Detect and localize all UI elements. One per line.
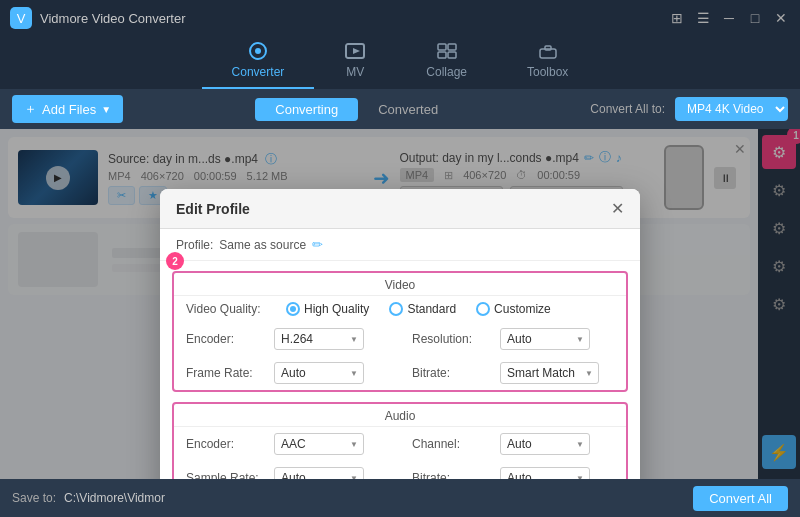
mv-icon <box>344 42 366 63</box>
quality-high[interactable]: High Quality <box>286 302 369 316</box>
resolution-label: Resolution: <box>412 332 492 346</box>
tab-toolbox[interactable]: Toolbox <box>497 36 598 89</box>
title-bar: V Vidmore Video Converter ⊞ ☰ ─ □ ✕ <box>0 0 800 36</box>
quality-high-label: High Quality <box>304 302 369 316</box>
bitrate-select-wrapper: Smart Match <box>500 362 599 384</box>
tab-collage[interactable]: Collage <box>396 36 497 89</box>
channel-label: Channel: <box>412 437 492 451</box>
close-icon[interactable]: ✕ <box>772 10 790 26</box>
add-files-label: Add Files <box>42 102 96 117</box>
encoder-label: Encoder: <box>186 332 266 346</box>
maximize-icon[interactable]: □ <box>746 10 764 26</box>
video-grid: Encoder: H.264 Resolution: A <box>174 322 626 390</box>
bottom-bar: Save to: C:\Vidmore\Vidmor Convert All <box>0 479 800 517</box>
tab-mv-label: MV <box>346 65 364 79</box>
audio-section-title: Audio <box>174 404 626 427</box>
audio-grid: Encoder: AAC Channel: Auto <box>174 427 626 479</box>
svg-rect-8 <box>438 52 446 58</box>
encoder-select-wrapper: H.264 <box>274 328 364 350</box>
svg-rect-7 <box>448 44 456 50</box>
frame-rate-label: Frame Rate: <box>186 366 266 380</box>
modal-overlay: Edit Profile ✕ Profile: Same as source ✏… <box>0 129 800 479</box>
resolution-select[interactable]: Auto <box>500 328 590 350</box>
save-to-path: C:\Vidmore\Vidmor <box>64 491 685 505</box>
title-bar-controls: ⊞ ☰ ─ □ ✕ <box>668 10 790 26</box>
audio-encoder-label: Encoder: <box>186 437 266 451</box>
audio-encoder-select[interactable]: AAC <box>274 433 364 455</box>
quality-label: Video Quality: <box>186 302 266 316</box>
convert-all-select[interactable]: MP4 4K Video <box>675 97 788 121</box>
plus-icon: ＋ <box>24 100 37 118</box>
dropdown-arrow-icon: ▼ <box>101 104 111 115</box>
profile-label: Profile: <box>176 238 213 252</box>
encoder-row: Encoder: H.264 <box>174 322 400 356</box>
quality-standard[interactable]: Standard <box>389 302 456 316</box>
edit-profile-modal: Edit Profile ✕ Profile: Same as source ✏… <box>160 189 640 479</box>
svg-text:V: V <box>17 11 26 26</box>
menu-icon[interactable]: ☰ <box>694 10 712 26</box>
encoder-select[interactable]: H.264 <box>274 328 364 350</box>
app-logo: V <box>10 7 32 29</box>
svg-rect-11 <box>545 46 551 50</box>
bitrate-select[interactable]: Smart Match <box>500 362 599 384</box>
modal-close-button[interactable]: ✕ <box>611 199 624 218</box>
tab-converter-label: Converter <box>232 65 285 79</box>
tab-pills: Converting Converted <box>133 98 580 121</box>
quality-customize[interactable]: Customize <box>476 302 551 316</box>
radio-standard[interactable] <box>389 302 403 316</box>
audio-encoder-select-wrapper: AAC <box>274 433 364 455</box>
quality-customize-label: Customize <box>494 302 551 316</box>
channel-select[interactable]: Auto <box>500 433 590 455</box>
convert-button[interactable]: Convert All <box>693 486 788 511</box>
channel-row: Channel: Auto <box>400 427 626 461</box>
frame-rate-row: Frame Rate: Auto <box>174 356 400 390</box>
video-bitrate-label: Bitrate: <box>412 366 492 380</box>
audio-bitrate-select-wrapper: Auto <box>500 467 590 479</box>
convert-all-label: Convert All to: <box>590 102 665 116</box>
video-section: Video Video Quality: High Quality Standa… <box>172 271 628 392</box>
collage-icon <box>436 42 458 63</box>
modal-title: Edit Profile <box>176 201 250 217</box>
app-container: V Vidmore Video Converter ⊞ ☰ ─ □ ✕ Conv… <box>0 0 800 517</box>
audio-bitrate-row: Bitrate: Auto <box>400 461 626 479</box>
svg-rect-6 <box>438 44 446 50</box>
profile-value: Same as source <box>219 238 306 252</box>
main-content: ▶ Source: day in m...ds ●.mp4 ⓘ MP4 406×… <box>0 129 800 479</box>
quality-row: Video Quality: High Quality Standard Cus… <box>174 296 626 322</box>
resolution-select-wrapper: Auto <box>500 328 590 350</box>
sample-rate-label: Sample Rate: <box>186 471 266 479</box>
converter-icon <box>247 42 269 63</box>
badge-2: 2 <box>166 252 184 270</box>
video-section-title: Video <box>174 273 626 296</box>
grid-icon[interactable]: ⊞ <box>668 10 686 26</box>
svg-point-3 <box>255 48 261 54</box>
radio-customize[interactable] <box>476 302 490 316</box>
audio-encoder-row: Encoder: AAC <box>174 427 400 461</box>
svg-marker-5 <box>353 48 360 54</box>
nav-tabs: Converter MV Collage <box>0 36 800 89</box>
profile-edit-icon[interactable]: ✏ <box>312 237 323 252</box>
modal-header: Edit Profile ✕ <box>160 189 640 229</box>
app-title: Vidmore Video Converter <box>40 11 668 26</box>
minimize-icon[interactable]: ─ <box>720 10 738 26</box>
tab-mv[interactable]: MV <box>314 36 396 89</box>
toolbar: ＋ Add Files ▼ Converting Converted Conve… <box>0 89 800 129</box>
quality-standard-label: Standard <box>407 302 456 316</box>
frame-rate-select[interactable]: Auto <box>274 362 364 384</box>
tab-toolbox-label: Toolbox <box>527 65 568 79</box>
radio-high-quality[interactable] <box>286 302 300 316</box>
tab-converter[interactable]: Converter <box>202 36 315 89</box>
sample-rate-select-wrapper: Auto <box>274 467 364 479</box>
tab-collage-label: Collage <box>426 65 467 79</box>
audio-bitrate-select[interactable]: Auto <box>500 467 590 479</box>
save-to-label: Save to: <box>12 491 56 505</box>
add-files-button[interactable]: ＋ Add Files ▼ <box>12 95 123 123</box>
tab-pill-converted[interactable]: Converted <box>358 98 458 121</box>
sample-rate-row: Sample Rate: Auto <box>174 461 400 479</box>
sample-rate-select[interactable]: Auto <box>274 467 364 479</box>
channel-select-wrapper: Auto <box>500 433 590 455</box>
tab-pill-converting[interactable]: Converting <box>255 98 358 121</box>
resolution-row: Resolution: Auto <box>400 322 626 356</box>
modal-profile-row: Profile: Same as source ✏ <box>160 229 640 261</box>
convert-label: Convert All <box>709 491 772 506</box>
